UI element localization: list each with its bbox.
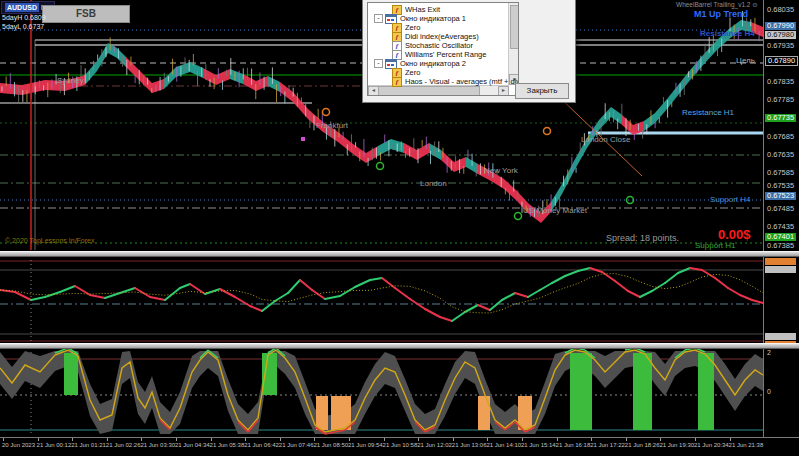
oscillator-segment (540, 283, 552, 290)
tree-item[interactable]: -Окно индикатора 1 (374, 14, 466, 23)
tree-item-label: Zero (405, 68, 420, 77)
session-label: US Money Market (523, 206, 587, 215)
time-label: 21 Jun 16:18 (556, 442, 591, 448)
ma-ribbon-segment (704, 40, 717, 64)
subwindow-scale-top: 2 (767, 349, 771, 356)
ma-ribbon-segment (85, 61, 97, 85)
indicator-function-icon: f (392, 77, 402, 87)
ma-ribbon-segment (679, 69, 691, 94)
ma-ribbon-segment (280, 82, 293, 102)
signal-marker-icon (377, 163, 384, 170)
oscillator-segment (452, 312, 465, 321)
oscillator-segment (262, 301, 275, 311)
ma-ribbon-segment (655, 99, 667, 123)
ma-ribbon-segment (230, 69, 243, 84)
tree-item[interactable]: fHaos - Visual - averages (mtf + diverge… (392, 77, 519, 86)
vertical-scrollbar[interactable]: ▼ (508, 3, 518, 85)
price-label: 0.67990 (765, 22, 796, 30)
ma-ribbon-segment (22, 80, 45, 95)
price-label: 0.67890 (765, 56, 798, 66)
oscillator-segment (425, 309, 440, 317)
tree-item[interactable]: -Окно индикатора 2 (374, 59, 466, 68)
time-label: 21 Jun 06:42 (244, 442, 279, 448)
time-tick (557, 438, 558, 441)
price-label: 0.67535 (767, 182, 794, 190)
price-scale[interactable]: 0.680350.679900.679800.679350.678900.678… (763, 0, 799, 437)
indicator-tree-list[interactable]: ▼ ◄ ► fWHas Exit-Окно индикатора 1fZerof… (367, 2, 519, 96)
tree-item[interactable]: fStochastic Oscillator (392, 41, 473, 50)
time-tick (141, 438, 142, 441)
oscillator-segment (382, 278, 395, 288)
oscillator-segment (528, 290, 540, 297)
tree-expander-icon[interactable]: - (374, 59, 383, 68)
oscillator-segment (440, 317, 452, 321)
vertical-scrollbar-thumb[interactable] (510, 5, 519, 49)
window-splitter-2[interactable] (0, 343, 799, 349)
time-axis[interactable]: 20 Jun 202321 Jun 00:1221 Jun 01:2121 Ju… (0, 437, 799, 456)
time-label: 21 Jun 08:50 (313, 442, 348, 448)
oscillator-segment (702, 270, 715, 278)
time-tick (245, 438, 246, 441)
horizontal-scrollbar[interactable]: ◄ ► (368, 85, 509, 95)
ma-ribbon-segment (504, 179, 517, 201)
time-tick (3, 438, 4, 441)
target-label: Цель (736, 56, 755, 65)
subwindow-value-box (765, 333, 796, 340)
time-tick (280, 438, 281, 441)
time-tick (38, 438, 39, 441)
time-label: 21 Jun 13:06 (452, 442, 487, 448)
time-tick (176, 438, 177, 441)
price-label: 0.67785 (767, 96, 794, 104)
haos-green-bar (570, 353, 592, 430)
price-label: 0.67401 (765, 233, 796, 241)
scroll-right-icon[interactable]: ► (498, 86, 509, 96)
oscillator-segment (180, 284, 190, 288)
oscillator-segment (75, 286, 90, 295)
tree-expander-icon[interactable]: - (374, 14, 383, 23)
ma-ribbon-segment (338, 132, 353, 154)
resistance-h4-label: Resistance H4 (700, 29, 755, 38)
oscillator-segment (288, 280, 300, 293)
time-label: 21 Jun 04:34 (175, 442, 210, 448)
horizontal-scrollbar-thumb[interactable] (378, 86, 480, 96)
five-day-high-label: 5dayH 0.6809 (2, 14, 46, 21)
haos-orange-bar (316, 396, 328, 430)
support-h1-label: Support H1 (695, 241, 735, 250)
oscillator-segment (150, 297, 165, 300)
oscillator-segment (135, 288, 150, 297)
oscillator-segment (615, 281, 628, 291)
oscillator-segment (165, 288, 180, 300)
time-label: 21 Jun 10:58 (383, 442, 418, 448)
ma-ribbon-segment (126, 57, 138, 79)
price-label: 0.67685 (767, 133, 794, 141)
indicators-list-dialog: ▼ ◄ ► fWHas Exit-Окно индикатора 1fZerof… (362, 0, 576, 103)
tree-item-label: Williams' Percent Range (405, 50, 486, 59)
tree-item[interactable]: fWHas Exit (392, 5, 440, 14)
oscillator-segment (235, 297, 250, 306)
window-splitter-1[interactable] (0, 251, 799, 257)
time-label: 21 Jun 19:30 (659, 442, 694, 448)
signal-marker-icon (323, 109, 330, 116)
ma-ribbon-segment (667, 84, 679, 109)
close-button[interactable]: Закрыть (515, 83, 569, 99)
time-tick (626, 438, 627, 441)
tree-item[interactable]: fWilliams' Percent Range (392, 50, 486, 59)
support-h4-label: Support H4 (710, 195, 750, 204)
ma-ribbon-segment (256, 76, 268, 91)
ma-ribbon-segment (190, 62, 203, 78)
time-tick (418, 438, 419, 441)
signal-marker-icon (544, 128, 551, 135)
time-label: 21 Jun 17:22 (590, 442, 625, 448)
oscillator-segment (715, 278, 728, 288)
price-label: 0.67523 (765, 192, 796, 200)
tree-item-label: WHas Exit (405, 5, 440, 14)
signal-marker-icon (515, 213, 522, 220)
haos-green-bar (698, 353, 714, 430)
oscillator-segment (665, 273, 678, 283)
fsb-button[interactable]: FSB (42, 5, 130, 23)
price-label: 0.67635 (767, 151, 794, 159)
tree-item[interactable]: fDidi index(eAverages) (392, 32, 479, 41)
time-tick (211, 438, 212, 441)
oscillator-segment (355, 280, 370, 287)
ma-ribbon-segment (152, 79, 164, 93)
